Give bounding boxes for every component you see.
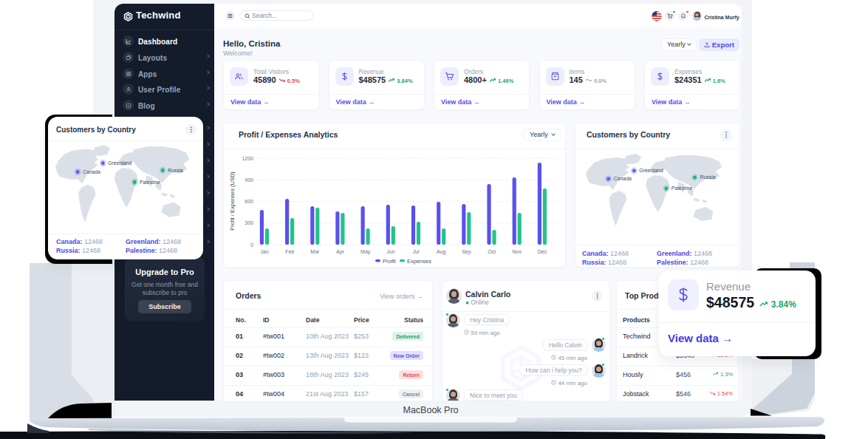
svg-text:Greenland: Greenland <box>108 160 131 166</box>
svg-text:Sep: Sep <box>462 249 471 255</box>
svg-text:Profit: Profit <box>383 258 396 265</box>
svg-text:300: 300 <box>245 220 253 225</box>
svg-text:Dec: Dec <box>538 249 547 254</box>
svg-text:0: 0 <box>250 242 253 248</box>
svg-text:Expenses: Expenses <box>407 258 431 265</box>
svg-text:Feb: Feb <box>285 249 294 254</box>
svg-text:Apr: Apr <box>336 249 345 255</box>
svg-text:Jul: Jul <box>413 249 420 254</box>
svg-text:Greenland: Greenland <box>639 168 663 173</box>
svg-text:May: May <box>360 249 371 255</box>
svg-text:Russia: Russia <box>700 174 715 180</box>
svg-text:Canada: Canada <box>83 169 100 175</box>
svg-text:Profit / Expenses (USD): Profit / Expenses (USD) <box>229 171 236 231</box>
svg-text:Palestine: Palestine <box>671 186 693 191</box>
svg-text:Canada: Canada <box>614 176 632 181</box>
svg-text:900: 900 <box>245 177 253 183</box>
svg-text:Jun: Jun <box>386 249 394 254</box>
svg-text:600: 600 <box>245 199 253 204</box>
svg-text:Oct: Oct <box>488 249 496 254</box>
svg-text:Mar: Mar <box>310 249 320 254</box>
svg-text:Palestine: Palestine <box>140 180 160 186</box>
svg-text:Aug: Aug <box>437 249 446 255</box>
svg-text:MacBook Pro: MacBook Pro <box>403 405 458 415</box>
svg-text:Nov: Nov <box>513 249 522 254</box>
svg-text:Russia: Russia <box>168 168 183 174</box>
svg-text:Jan: Jan <box>260 249 268 254</box>
svg-text:1200: 1200 <box>242 156 253 161</box>
